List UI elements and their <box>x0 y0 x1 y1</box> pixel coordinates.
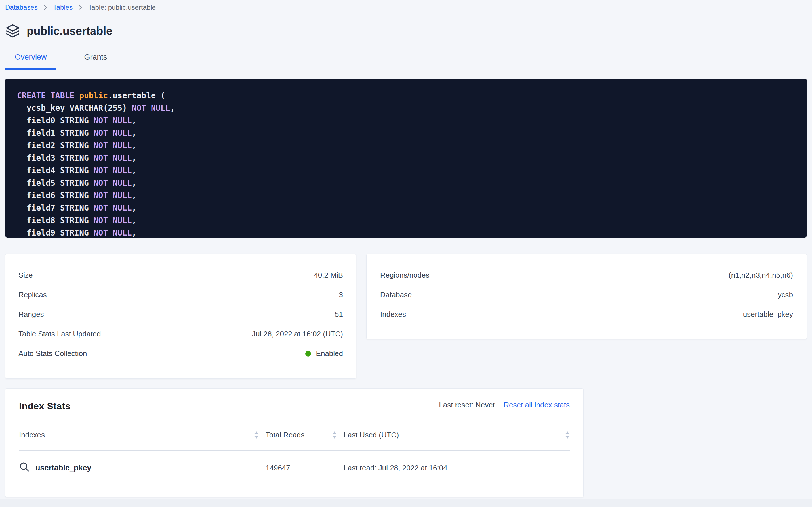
last-used-value: Last read: Jul 28, 2022 at 16:04 <box>343 463 447 472</box>
sort-arrows-icon[interactable] <box>254 432 259 439</box>
stat-label: Database <box>380 290 412 299</box>
total-reads-cell: 149647 <box>259 463 337 472</box>
column-label: Last Used (UTC) <box>343 431 399 440</box>
stat-row-size: Size 40.2 MiB <box>18 266 343 285</box>
sql-line: CREATE TABLE public.usertable ( <box>17 90 795 102</box>
stat-row-database: Database ycsb <box>380 285 793 304</box>
stat-value: Jul 28, 2022 at 16:02 (UTC) <box>252 330 343 338</box>
column-label: Total Reads <box>265 431 304 440</box>
index-stats-card: Index Stats Last reset: Never Reset all … <box>5 388 583 497</box>
breadcrumb-databases[interactable]: Databases <box>5 3 38 11</box>
stat-label: Regions/nodes <box>380 271 429 280</box>
index-stats-header: Index Stats Last reset: Never Reset all … <box>19 389 570 413</box>
index-name: usertable_pkey <box>36 463 91 472</box>
index-stats-title: Index Stats <box>19 401 70 412</box>
tab-bar: Overview Grants <box>5 53 807 69</box>
table-details-card: Regions/nodes (n1,n2,n3,n4,n5,n6) Databa… <box>366 254 807 339</box>
stat-value: (n1,n2,n3,n4,n5,n6) <box>729 271 793 280</box>
column-header-indexes[interactable]: Indexes <box>19 431 259 440</box>
stat-label: Indexes <box>380 310 406 319</box>
status-text: Enabled <box>316 349 343 358</box>
magnifier-icon <box>19 462 30 474</box>
column-label: Indexes <box>19 431 45 440</box>
stat-row-indexes: Indexes usertable_pkey <box>380 304 793 324</box>
sql-line: field7 STRING NOT NULL, <box>17 202 795 214</box>
total-reads-value: 149647 <box>265 463 290 472</box>
sql-line: field3 STRING NOT NULL, <box>17 152 795 164</box>
stat-value: 3 <box>339 290 343 299</box>
chevron-right-icon <box>78 4 82 10</box>
sql-line: ycsb_key VARCHAR(255) NOT NULL, <box>17 102 795 114</box>
stat-row-auto-stats: Auto Stats Collection Enabled <box>18 344 343 363</box>
summary-cards: Size 40.2 MiB Replicas 3 Ranges 51 Table… <box>5 254 807 379</box>
stat-row-stats-updated: Table Stats Last Updated Jul 28, 2022 at… <box>18 324 343 344</box>
page-header: public.usertable <box>5 23 807 39</box>
sql-line: field5 STRING NOT NULL, <box>17 177 795 189</box>
page-title: public.usertable <box>27 25 112 38</box>
sql-line: field6 STRING NOT NULL, <box>17 189 795 202</box>
sort-arrows-icon[interactable] <box>565 432 570 439</box>
sort-arrows-icon[interactable] <box>332 432 337 439</box>
stat-value: 40.2 MiB <box>314 271 343 280</box>
breadcrumb-tables[interactable]: Tables <box>53 3 73 11</box>
column-header-last-used[interactable]: Last Used (UTC) <box>337 431 570 440</box>
chevron-right-icon <box>44 4 47 10</box>
footer-strip <box>0 499 812 507</box>
status-dot-icon <box>305 351 311 356</box>
sql-line: field9 STRING NOT NULL, <box>17 227 795 238</box>
stat-label: Size <box>18 271 33 280</box>
stat-value: ycsb <box>778 290 793 299</box>
stat-label: Ranges <box>18 310 44 319</box>
sql-line: field8 STRING NOT NULL, <box>17 214 795 227</box>
breadcrumb-current: Table: public.usertable <box>88 3 156 11</box>
stat-value: Enabled <box>305 349 343 358</box>
stat-label: Auto Stats Collection <box>18 349 87 358</box>
last-reset-label: Last reset: Never <box>439 401 495 413</box>
table-details-page: Databases Tables Table: public.usertable… <box>0 0 812 497</box>
table-divider <box>19 485 570 486</box>
index-stats-actions: Last reset: Never Reset all index stats <box>439 401 570 413</box>
sql-line: field2 STRING NOT NULL, <box>17 139 795 152</box>
stat-row-ranges: Ranges 51 <box>18 304 343 324</box>
last-used-cell: Last read: Jul 28, 2022 at 16:04 <box>337 463 570 472</box>
tab-grants[interactable]: Grants <box>75 53 117 69</box>
stat-row-replicas: Replicas 3 <box>18 285 343 304</box>
sql-line: field1 STRING NOT NULL, <box>17 127 795 139</box>
index-name-link[interactable]: usertable_pkey <box>19 462 91 474</box>
sql-line: field0 STRING NOT NULL, <box>17 114 795 127</box>
stack-icon <box>5 23 20 39</box>
stat-label: Table Stats Last Updated <box>18 330 101 338</box>
index-name-cell: usertable_pkey <box>19 462 259 474</box>
stat-value: 51 <box>335 310 343 319</box>
tab-overview[interactable]: Overview <box>5 53 56 69</box>
reset-index-stats-link[interactable]: Reset all index stats <box>504 401 570 409</box>
table-overview-card: Size 40.2 MiB Replicas 3 Ranges 51 Table… <box>5 254 356 379</box>
table-row: usertable_pkey 149647 Last read: Jul 28,… <box>19 451 570 485</box>
sql-line: field4 STRING NOT NULL, <box>17 164 795 177</box>
stat-row-regions: Regions/nodes (n1,n2,n3,n4,n5,n6) <box>380 266 793 285</box>
sql-create-statement: CREATE TABLE public.usertable ( ycsb_key… <box>5 79 807 238</box>
index-table-header: Indexes Total Reads Last Used (UTC) <box>19 428 570 442</box>
breadcrumb: Databases Tables Table: public.usertable <box>5 0 807 11</box>
column-header-total-reads[interactable]: Total Reads <box>259 431 337 440</box>
stat-value: usertable_pkey <box>743 310 793 319</box>
stat-label: Replicas <box>18 290 47 299</box>
